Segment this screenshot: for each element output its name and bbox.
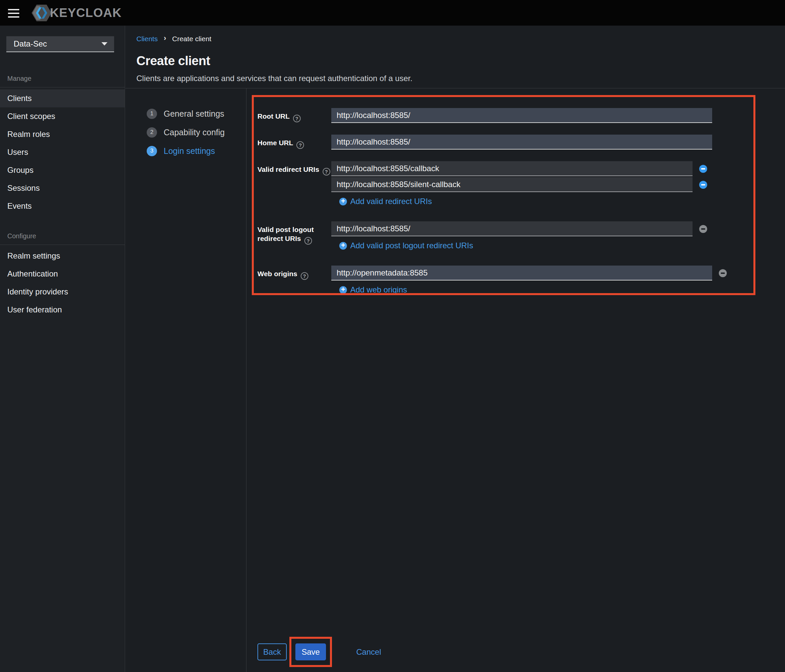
step-label: Login settings <box>164 146 215 156</box>
redirect-uri-input-2[interactable] <box>331 177 693 192</box>
step-number-badge: 3 <box>147 146 157 156</box>
home-url-label: Home URL <box>258 139 293 147</box>
create-client-wizard: 1 General settings 2 Capability config 3… <box>125 89 785 672</box>
wizard-content: Root URL Home URL <box>247 89 785 672</box>
root-url-input[interactable] <box>331 108 712 123</box>
post-logout-uris-row: Valid post logout redirect URIs Add vali… <box>258 221 743 250</box>
divider <box>0 87 125 87</box>
step-label: Capability config <box>164 128 225 137</box>
realm-selector[interactable]: Data-Sec <box>6 36 114 52</box>
breadcrumb-clients-link[interactable]: Clients <box>136 35 158 43</box>
manage-nav: Clients Client scopes Realm roles Users … <box>0 89 125 215</box>
plus-circle-icon <box>339 242 347 249</box>
home-url-row: Home URL <box>258 135 743 150</box>
remove-redirect-uri-1-icon[interactable] <box>699 165 707 173</box>
breadcrumb: Clients Create client <box>136 34 785 43</box>
web-origins-label: Web origins <box>258 270 297 278</box>
brand-text: KEYCLOAK <box>50 6 122 20</box>
plus-circle-icon <box>339 286 347 294</box>
nav-group-manage-label: Manage <box>7 75 125 83</box>
add-post-logout-uris-link[interactable]: Add valid post logout redirect URIs <box>339 241 473 250</box>
post-logout-uri-input[interactable] <box>331 221 693 236</box>
add-valid-redirect-uris-link[interactable]: Add valid redirect URIs <box>339 197 432 206</box>
save-button[interactable]: Save <box>296 644 326 660</box>
remove-post-logout-uri-icon[interactable] <box>699 225 707 233</box>
add-link-label: Add valid post logout redirect URIs <box>350 241 473 250</box>
breadcrumb-separator-icon <box>164 34 166 43</box>
page-header: Clients Create client Create client Clie… <box>125 26 785 89</box>
main-content: Clients Create client Create client Clie… <box>125 26 785 672</box>
home-url-input[interactable] <box>331 135 712 150</box>
redirect-uri-input-1[interactable] <box>331 161 693 176</box>
step-number-badge: 2 <box>147 127 157 137</box>
breadcrumb-current: Create client <box>172 35 211 43</box>
nav-group-configure-label: Configure <box>7 232 125 240</box>
step-number-badge: 1 <box>147 109 157 119</box>
wizard-step-general-settings[interactable]: 1 General settings <box>125 104 246 123</box>
valid-redirect-uris-row: Valid redirect URIs Add valid redirect U… <box>258 161 743 206</box>
back-button[interactable]: Back <box>258 644 287 660</box>
add-web-origins-link[interactable]: Add web origins <box>339 285 407 295</box>
page-title: Create client <box>136 54 785 68</box>
add-link-label: Add valid redirect URIs <box>350 197 432 206</box>
plus-circle-icon <box>339 198 347 206</box>
sidebar-item-users[interactable]: Users <box>0 143 125 161</box>
sidebar-item-realm-settings[interactable]: Realm settings <box>0 247 125 265</box>
annotation-box-save: Save <box>289 637 332 667</box>
sidebar-item-clients[interactable]: Clients <box>0 89 125 108</box>
hamburger-menu-icon[interactable] <box>8 9 19 18</box>
web-origins-row: Web origins Add web origins <box>258 265 743 295</box>
wizard-step-capability-config[interactable]: 2 Capability config <box>125 123 246 142</box>
help-icon[interactable] <box>304 237 312 245</box>
divider <box>0 245 125 245</box>
sidebar-item-sessions[interactable]: Sessions <box>0 179 125 197</box>
sidebar-item-identity-providers[interactable]: Identity providers <box>0 283 125 301</box>
sidebar-item-events[interactable]: Events <box>0 197 125 215</box>
sidebar: Data-Sec Manage Clients Client scopes Re… <box>0 26 125 672</box>
login-settings-form: Root URL Home URL <box>258 108 743 310</box>
sidebar-item-authentication[interactable]: Authentication <box>0 265 125 283</box>
root-url-row: Root URL <box>258 108 743 123</box>
sidebar-item-realm-roles[interactable]: Realm roles <box>0 125 125 143</box>
help-icon[interactable] <box>323 168 330 176</box>
post-logout-label: Valid post logout redirect URIs <box>258 226 314 242</box>
root-url-label: Root URL <box>258 112 290 120</box>
remove-web-origin-icon[interactable] <box>719 269 727 277</box>
realm-name: Data-Sec <box>14 39 47 48</box>
chevron-down-icon <box>102 42 108 45</box>
help-icon[interactable] <box>296 141 304 149</box>
wizard-footer: Back Save Cancel <box>258 637 381 667</box>
configure-nav: Realm settings Authentication Identity p… <box>0 247 125 319</box>
remove-redirect-uri-2-icon[interactable] <box>699 181 707 189</box>
topbar: KEYCLOAK <box>0 0 785 26</box>
keycloak-logo-icon <box>31 4 52 22</box>
web-origins-input[interactable] <box>331 265 712 281</box>
sidebar-item-groups[interactable]: Groups <box>0 161 125 179</box>
help-icon[interactable] <box>301 272 308 280</box>
valid-redirect-uris-label: Valid redirect URIs <box>258 165 319 173</box>
page-subtitle: Clients are applications and services th… <box>136 74 785 83</box>
sidebar-item-user-federation[interactable]: User federation <box>0 301 125 319</box>
add-link-label: Add web origins <box>350 285 407 295</box>
sidebar-item-client-scopes[interactable]: Client scopes <box>0 108 125 125</box>
cancel-button[interactable]: Cancel <box>356 647 381 657</box>
wizard-step-login-settings[interactable]: 3 Login settings <box>125 142 246 160</box>
keycloak-logo[interactable]: KEYCLOAK <box>31 4 122 22</box>
help-icon[interactable] <box>293 115 301 122</box>
step-label: General settings <box>164 109 224 118</box>
wizard-nav: 1 General settings 2 Capability config 3… <box>125 89 247 672</box>
